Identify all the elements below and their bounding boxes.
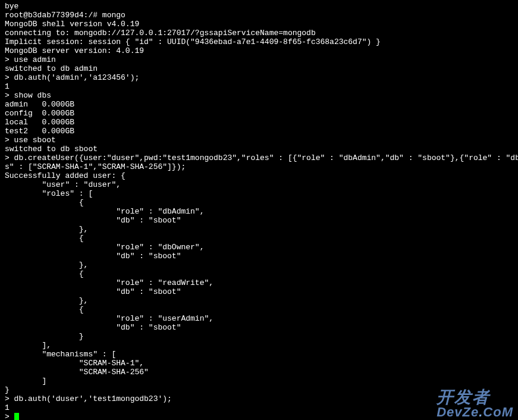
terminal-line: > use admin	[5, 56, 513, 65]
terminal-line: {	[5, 270, 513, 279]
terminal-line: Successfully added user: {	[5, 172, 513, 181]
terminal-line: bye	[5, 2, 513, 11]
terminal-line: "role" : "readWrite",	[5, 279, 513, 288]
terminal-line: > use sboot	[5, 136, 513, 145]
terminal-line: {	[5, 234, 513, 243]
terminal-line: {	[5, 306, 513, 315]
terminal-line: config 0.000GB	[5, 109, 513, 118]
terminal-line: "role" : "userAdmin",	[5, 315, 513, 324]
terminal-line: "role" : "dbAdmin",	[5, 208, 513, 217]
terminal-line: "SCRAM-SHA-1",	[5, 359, 513, 368]
terminal-line: {	[5, 199, 513, 208]
terminal-line: >	[5, 413, 513, 420]
terminal-line: Implicit session: session { "id" : UUID(…	[5, 38, 513, 47]
terminal-output[interactable]: byeroot@b3dab77399d4:/# mongoMongoDB she…	[5, 2, 513, 420]
terminal-line: }	[5, 386, 513, 395]
terminal-line: ]	[5, 377, 513, 386]
terminal-line: },	[5, 297, 513, 306]
terminal-line: switched to db sboot	[5, 145, 513, 154]
terminal-line: "mechanisms" : [	[5, 350, 513, 359]
terminal-line: },	[5, 225, 513, 234]
terminal-line: "db" : "sboot"	[5, 252, 513, 261]
terminal-line: admin 0.000GB	[5, 101, 513, 109]
terminal-line: s" : ["SCRAM-SHA-1","SCRAM-SHA-256"]});	[5, 163, 513, 172]
terminal-line: switched to db admin	[5, 65, 513, 74]
terminal-line: MongoDB shell version v4.0.19	[5, 20, 513, 29]
terminal-line: "db" : "sboot"	[5, 217, 513, 225]
terminal-line: "user" : "duser",	[5, 181, 513, 190]
terminal-line: 1	[5, 404, 513, 413]
terminal-line: root@b3dab77399d4:/# mongo	[5, 11, 513, 20]
terminal-line: "roles" : [	[5, 190, 513, 199]
terminal-line: "role" : "dbOwner",	[5, 243, 513, 252]
terminal-line: },	[5, 261, 513, 270]
terminal-line: }	[5, 333, 513, 341]
terminal-line: 1	[5, 83, 513, 92]
terminal-line: "db" : "sboot"	[5, 324, 513, 333]
terminal-line: > db.createUser({user:"duser",pwd:"test1…	[5, 154, 513, 163]
terminal-line: "db" : "sboot"	[5, 288, 513, 297]
terminal-line: ],	[5, 341, 513, 350]
cursor	[14, 413, 19, 420]
terminal-line: > db.auth('admin','a123456');	[5, 74, 513, 83]
terminal-line: test2 0.000GB	[5, 127, 513, 136]
terminal-line: > db.auth('duser','test1mongodb23');	[5, 395, 513, 404]
terminal-line: local 0.000GB	[5, 118, 513, 127]
terminal-line: "SCRAM-SHA-256"	[5, 368, 513, 377]
terminal-line: connecting to: mongodb://127.0.0.1:27017…	[5, 29, 513, 38]
terminal-line: > show dbs	[5, 92, 513, 101]
terminal-line: MongoDB server version: 4.0.19	[5, 47, 513, 56]
